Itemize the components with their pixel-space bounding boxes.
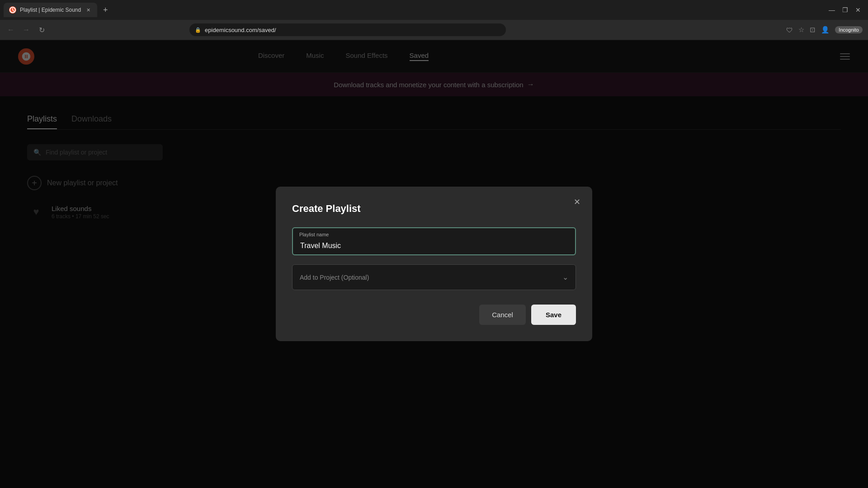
address-bar: ← → ↻ 🔒 epidemicsound.com/saved/ 🛡 ☆ ⊡ 👤… xyxy=(0,20,868,40)
lock-icon: 🔒 xyxy=(195,27,201,33)
refresh-button[interactable]: ↻ xyxy=(36,24,47,35)
tab-close-button[interactable]: ✕ xyxy=(85,6,92,14)
url-bar[interactable]: 🔒 epidemicsound.com/saved/ xyxy=(189,23,506,36)
new-tab-button[interactable]: + xyxy=(99,4,112,16)
window-controls: — ❐ ✕ xyxy=(829,6,864,14)
tab-favicon xyxy=(9,6,16,14)
playlist-name-input[interactable] xyxy=(292,227,576,255)
window-minimize-button[interactable]: — xyxy=(829,6,835,14)
window-close-button[interactable]: ✕ xyxy=(855,6,861,14)
playlist-name-label: Playlist name xyxy=(299,232,329,237)
extension-icon: 🛡 xyxy=(786,26,793,34)
modal-actions: Cancel Save xyxy=(292,305,576,325)
url-text: epidemicsound.com/saved/ xyxy=(205,27,276,33)
project-dropdown-label: Add to Project (Optional) xyxy=(300,274,369,281)
modal-overlay: Create Playlist ✕ Playlist name Add to P… xyxy=(0,40,868,488)
chevron-down-icon: ⌄ xyxy=(562,273,568,282)
modal-close-button[interactable]: ✕ xyxy=(571,196,583,208)
forward-button[interactable]: → xyxy=(21,24,32,35)
back-button[interactable]: ← xyxy=(5,24,16,35)
tab-title: Playlist | Epidemic Sound xyxy=(20,7,81,13)
tab-bar: Playlist | Epidemic Sound ✕ + — ❐ ✕ xyxy=(0,0,868,20)
save-button[interactable]: Save xyxy=(531,305,576,325)
browser-actions: 🛡 ☆ ⊡ 👤 Incognito xyxy=(786,26,863,34)
modal-title: Create Playlist xyxy=(292,203,576,215)
playlist-name-group: Playlist name xyxy=(292,227,576,255)
browser-tab[interactable]: Playlist | Epidemic Sound ✕ xyxy=(4,3,97,17)
profile-icon[interactable]: 👤 xyxy=(821,26,830,34)
cancel-button[interactable]: Cancel xyxy=(479,305,526,325)
create-playlist-modal: Create Playlist ✕ Playlist name Add to P… xyxy=(276,187,592,341)
window-maximize-button[interactable]: ❐ xyxy=(842,6,848,14)
split-screen-icon[interactable]: ⊡ xyxy=(810,26,816,34)
incognito-badge: Incognito xyxy=(835,26,863,33)
project-dropdown[interactable]: Add to Project (Optional) ⌄ xyxy=(292,264,576,290)
bookmark-icon[interactable]: ☆ xyxy=(798,26,804,34)
browser-chrome: Playlist | Epidemic Sound ✕ + — ❐ ✕ ← → … xyxy=(0,0,868,40)
